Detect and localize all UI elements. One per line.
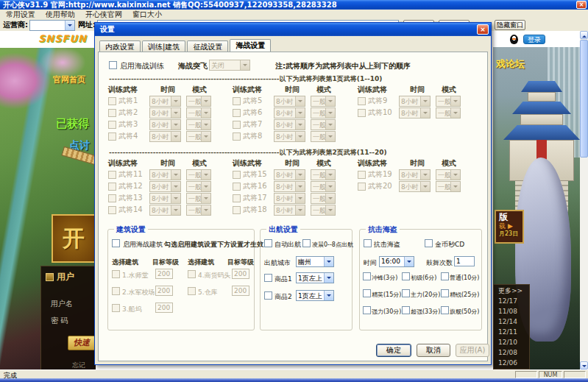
menu-window-size[interactable]: 窗口大小 xyxy=(132,10,162,20)
general-checkbox[interactable] xyxy=(108,121,116,129)
general-checkbox[interactable] xyxy=(233,109,241,117)
ok-button[interactable]: 确定 xyxy=(376,344,411,357)
pirate-level-checkbox[interactable] xyxy=(441,306,449,314)
pirate-level-checkbox[interactable] xyxy=(363,289,371,297)
general-checkbox[interactable] xyxy=(233,183,241,191)
building-checkbox[interactable] xyxy=(112,304,120,312)
forgot-password-link[interactable]: 忘记 xyxy=(72,361,85,369)
goods1-checkbox[interactable] xyxy=(264,274,272,282)
scroll-thumb[interactable] xyxy=(580,40,588,158)
general-checkbox[interactable] xyxy=(108,206,116,214)
general-checkbox[interactable] xyxy=(108,183,116,191)
mode-select[interactable]: 一般 xyxy=(436,107,461,119)
general-checkbox[interactable] xyxy=(233,194,241,202)
general-checkbox[interactable] xyxy=(108,171,116,179)
news-date[interactable]: 11/08 xyxy=(498,306,529,316)
time-select[interactable]: 8小时 xyxy=(274,119,305,130)
time-select[interactable]: 8小时 xyxy=(149,107,181,119)
general-checkbox[interactable] xyxy=(358,183,366,191)
window-close-button[interactable]: × xyxy=(576,1,587,9)
time-select[interactable]: 8小时 xyxy=(149,169,181,180)
time-select[interactable]: 8小时 xyxy=(399,169,431,180)
news-date[interactable]: 12/11 xyxy=(498,327,529,337)
mode-select[interactable]: 一般 xyxy=(436,96,461,107)
mode-select[interactable]: 一般 xyxy=(311,169,336,180)
goods2-select[interactable]: 1页左上 xyxy=(296,290,334,301)
building-checkbox[interactable] xyxy=(112,287,120,295)
news-date[interactable]: 12/17 xyxy=(498,296,529,306)
mode-select[interactable]: 一般 xyxy=(186,107,211,119)
time-select[interactable]: 8小时 xyxy=(149,193,181,204)
cancel-button[interactable]: 取消 xyxy=(417,344,450,357)
tab-naval-settings[interactable]: 海战设置 xyxy=(230,39,271,52)
scroll-up-icon[interactable] xyxy=(580,31,588,39)
general-checkbox[interactable] xyxy=(108,97,116,105)
qq-login-button[interactable]: 登录 xyxy=(523,35,545,44)
time-select[interactable]: 8小时 xyxy=(149,205,181,216)
pirate-level-checkbox[interactable] xyxy=(441,289,449,297)
mode-select[interactable]: 一般 xyxy=(186,96,211,107)
operator-select[interactable] xyxy=(29,20,75,31)
goods2-checkbox[interactable] xyxy=(264,291,272,300)
building-checkbox[interactable] xyxy=(188,270,196,278)
menu-help[interactable]: 使用帮助 xyxy=(46,10,75,20)
scroll-down-icon[interactable] xyxy=(580,361,588,369)
pirate-level-checkbox[interactable] xyxy=(402,272,410,280)
time-select[interactable]: 8小时 xyxy=(399,181,431,192)
general-checkbox[interactable] xyxy=(233,132,241,141)
general-checkbox[interactable] xyxy=(233,121,241,129)
general-checkbox[interactable] xyxy=(233,171,241,179)
pirate-level-checkbox[interactable] xyxy=(441,272,449,280)
enable-naval-building-checkbox[interactable] xyxy=(112,239,120,247)
mode-select[interactable]: 一般 xyxy=(311,205,336,216)
mode-select[interactable]: 一般 xyxy=(186,205,211,216)
mode-select[interactable]: 一般 xyxy=(311,193,336,204)
mode-select[interactable]: 一般 xyxy=(311,96,336,107)
mode-select[interactable]: 一般 xyxy=(436,169,461,180)
time-select[interactable]: 8小时 xyxy=(274,107,305,119)
news-date[interactable]: 12/10 xyxy=(498,337,529,347)
pirate-time-select[interactable]: 16:00 xyxy=(379,256,414,267)
building-level-input[interactable] xyxy=(155,303,173,313)
general-checkbox[interactable] xyxy=(108,109,116,117)
sail-city-select[interactable]: 幽州 xyxy=(296,256,334,267)
building-level-input[interactable] xyxy=(232,269,249,279)
mode-select[interactable]: 一般 xyxy=(311,181,336,192)
time-select[interactable]: 8小时 xyxy=(274,96,305,107)
tab-training-building[interactable]: 训练|建筑 xyxy=(142,40,185,52)
news-date[interactable]: 12/14 xyxy=(498,316,529,327)
general-checkbox[interactable] xyxy=(358,97,366,105)
anti-pirate-checkbox[interactable] xyxy=(364,239,372,247)
time-select[interactable]: 8小时 xyxy=(149,131,181,142)
general-checkbox[interactable] xyxy=(233,206,241,214)
mode-select[interactable]: 一般 xyxy=(186,169,211,180)
news-date[interactable]: 12/08 xyxy=(498,347,529,358)
mode-select[interactable]: 一般 xyxy=(311,119,336,130)
time-select[interactable]: 8小时 xyxy=(149,96,181,107)
pirate-level-checkbox[interactable] xyxy=(402,306,410,314)
time-select[interactable]: 8小时 xyxy=(399,107,431,119)
menu-official-site[interactable]: 开心侠官网 xyxy=(85,10,122,20)
general-checkbox[interactable] xyxy=(108,132,116,141)
quick-login-button[interactable]: 快速 xyxy=(68,336,96,350)
tab-war-settings[interactable]: 征战设置 xyxy=(187,40,228,52)
hide-window-button[interactable]: 隐藏窗口 xyxy=(495,20,525,30)
night-sail-checkbox[interactable] xyxy=(302,239,311,247)
time-select[interactable]: 8小时 xyxy=(149,119,181,130)
mode-select[interactable]: 一般 xyxy=(311,107,336,119)
apply-button[interactable]: 应用(A) xyxy=(456,344,489,357)
time-select[interactable]: 8小时 xyxy=(149,181,181,192)
cheer-count-input[interactable] xyxy=(454,256,475,266)
pirate-level-checkbox[interactable] xyxy=(363,272,371,280)
time-select[interactable]: 8小时 xyxy=(274,169,305,180)
time-select[interactable]: 8小时 xyxy=(274,181,305,192)
building-level-input[interactable] xyxy=(232,286,249,296)
time-select[interactable]: 8小时 xyxy=(399,96,431,107)
mode-select[interactable]: 一般 xyxy=(311,131,336,142)
official-home-link[interactable]: 官网首页 xyxy=(53,74,85,85)
auto-sail-checkbox[interactable] xyxy=(264,239,272,247)
news-date[interactable]: 12/06 xyxy=(498,358,529,368)
mode-select[interactable]: 一般 xyxy=(436,181,461,192)
enable-naval-training-checkbox[interactable] xyxy=(109,61,117,69)
building-checkbox[interactable] xyxy=(188,287,196,295)
